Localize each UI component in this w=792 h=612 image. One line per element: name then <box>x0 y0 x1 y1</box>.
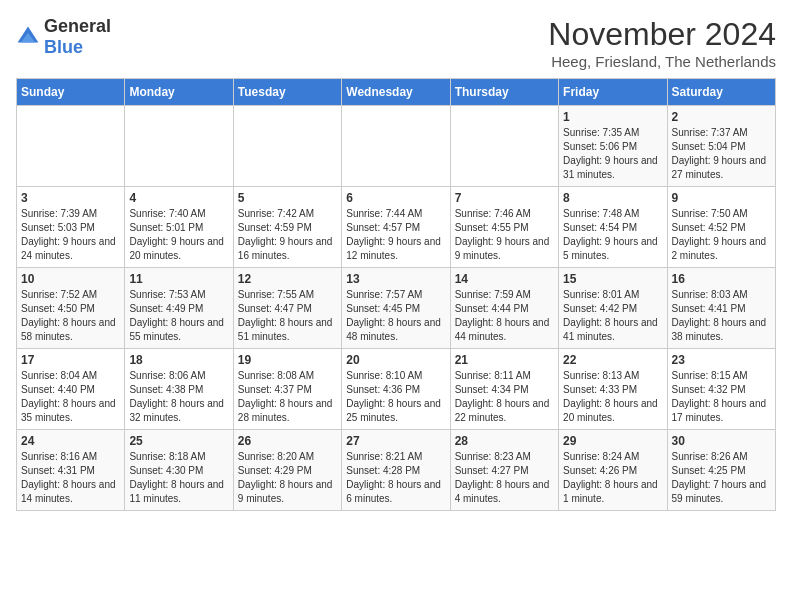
calendar-cell: 11Sunrise: 7:53 AM Sunset: 4:49 PM Dayli… <box>125 268 233 349</box>
day-info: Sunrise: 8:23 AM Sunset: 4:27 PM Dayligh… <box>455 450 554 506</box>
calendar-cell: 21Sunrise: 8:11 AM Sunset: 4:34 PM Dayli… <box>450 349 558 430</box>
calendar-cell: 16Sunrise: 8:03 AM Sunset: 4:41 PM Dayli… <box>667 268 775 349</box>
calendar-cell: 13Sunrise: 7:57 AM Sunset: 4:45 PM Dayli… <box>342 268 450 349</box>
day-info: Sunrise: 8:03 AM Sunset: 4:41 PM Dayligh… <box>672 288 771 344</box>
day-info: Sunrise: 8:11 AM Sunset: 4:34 PM Dayligh… <box>455 369 554 425</box>
calendar-cell: 10Sunrise: 7:52 AM Sunset: 4:50 PM Dayli… <box>17 268 125 349</box>
day-info: Sunrise: 8:08 AM Sunset: 4:37 PM Dayligh… <box>238 369 337 425</box>
day-info: Sunrise: 8:04 AM Sunset: 4:40 PM Dayligh… <box>21 369 120 425</box>
day-info: Sunrise: 8:15 AM Sunset: 4:32 PM Dayligh… <box>672 369 771 425</box>
week-row-3: 10Sunrise: 7:52 AM Sunset: 4:50 PM Dayli… <box>17 268 776 349</box>
day-info: Sunrise: 7:42 AM Sunset: 4:59 PM Dayligh… <box>238 207 337 263</box>
calendar-cell: 26Sunrise: 8:20 AM Sunset: 4:29 PM Dayli… <box>233 430 341 511</box>
day-info: Sunrise: 7:55 AM Sunset: 4:47 PM Dayligh… <box>238 288 337 344</box>
logo-general-text: General <box>44 16 111 36</box>
week-row-5: 24Sunrise: 8:16 AM Sunset: 4:31 PM Dayli… <box>17 430 776 511</box>
day-info: Sunrise: 7:37 AM Sunset: 5:04 PM Dayligh… <box>672 126 771 182</box>
day-info: Sunrise: 7:48 AM Sunset: 4:54 PM Dayligh… <box>563 207 662 263</box>
calendar-cell: 6Sunrise: 7:44 AM Sunset: 4:57 PM Daylig… <box>342 187 450 268</box>
day-number: 21 <box>455 353 554 367</box>
calendar-cell: 5Sunrise: 7:42 AM Sunset: 4:59 PM Daylig… <box>233 187 341 268</box>
day-info: Sunrise: 7:40 AM Sunset: 5:01 PM Dayligh… <box>129 207 228 263</box>
day-info: Sunrise: 7:57 AM Sunset: 4:45 PM Dayligh… <box>346 288 445 344</box>
week-row-1: 1Sunrise: 7:35 AM Sunset: 5:06 PM Daylig… <box>17 106 776 187</box>
logo: General Blue <box>16 16 111 58</box>
header-friday: Friday <box>559 79 667 106</box>
week-row-4: 17Sunrise: 8:04 AM Sunset: 4:40 PM Dayli… <box>17 349 776 430</box>
day-info: Sunrise: 8:18 AM Sunset: 4:30 PM Dayligh… <box>129 450 228 506</box>
day-number: 22 <box>563 353 662 367</box>
day-info: Sunrise: 7:35 AM Sunset: 5:06 PM Dayligh… <box>563 126 662 182</box>
day-info: Sunrise: 8:01 AM Sunset: 4:42 PM Dayligh… <box>563 288 662 344</box>
day-number: 12 <box>238 272 337 286</box>
day-number: 9 <box>672 191 771 205</box>
day-info: Sunrise: 7:46 AM Sunset: 4:55 PM Dayligh… <box>455 207 554 263</box>
day-number: 3 <box>21 191 120 205</box>
day-info: Sunrise: 7:53 AM Sunset: 4:49 PM Dayligh… <box>129 288 228 344</box>
day-number: 23 <box>672 353 771 367</box>
calendar-cell: 12Sunrise: 7:55 AM Sunset: 4:47 PM Dayli… <box>233 268 341 349</box>
calendar-cell: 28Sunrise: 8:23 AM Sunset: 4:27 PM Dayli… <box>450 430 558 511</box>
day-number: 13 <box>346 272 445 286</box>
header-sunday: Sunday <box>17 79 125 106</box>
calendar-cell: 25Sunrise: 8:18 AM Sunset: 4:30 PM Dayli… <box>125 430 233 511</box>
day-number: 2 <box>672 110 771 124</box>
header-monday: Monday <box>125 79 233 106</box>
day-info: Sunrise: 7:52 AM Sunset: 4:50 PM Dayligh… <box>21 288 120 344</box>
day-number: 24 <box>21 434 120 448</box>
calendar-cell <box>125 106 233 187</box>
day-number: 30 <box>672 434 771 448</box>
day-number: 27 <box>346 434 445 448</box>
day-info: Sunrise: 8:20 AM Sunset: 4:29 PM Dayligh… <box>238 450 337 506</box>
calendar-cell: 4Sunrise: 7:40 AM Sunset: 5:01 PM Daylig… <box>125 187 233 268</box>
location-title: Heeg, Friesland, The Netherlands <box>548 53 776 70</box>
day-number: 26 <box>238 434 337 448</box>
calendar-cell: 17Sunrise: 8:04 AM Sunset: 4:40 PM Dayli… <box>17 349 125 430</box>
day-number: 6 <box>346 191 445 205</box>
calendar-cell: 7Sunrise: 7:46 AM Sunset: 4:55 PM Daylig… <box>450 187 558 268</box>
calendar-cell: 15Sunrise: 8:01 AM Sunset: 4:42 PM Dayli… <box>559 268 667 349</box>
day-number: 15 <box>563 272 662 286</box>
day-number: 11 <box>129 272 228 286</box>
calendar-cell: 3Sunrise: 7:39 AM Sunset: 5:03 PM Daylig… <box>17 187 125 268</box>
day-number: 20 <box>346 353 445 367</box>
calendar-cell: 22Sunrise: 8:13 AM Sunset: 4:33 PM Dayli… <box>559 349 667 430</box>
day-number: 10 <box>21 272 120 286</box>
logo-icon <box>16 25 40 49</box>
day-info: Sunrise: 7:39 AM Sunset: 5:03 PM Dayligh… <box>21 207 120 263</box>
calendar-cell: 29Sunrise: 8:24 AM Sunset: 4:26 PM Dayli… <box>559 430 667 511</box>
day-info: Sunrise: 7:59 AM Sunset: 4:44 PM Dayligh… <box>455 288 554 344</box>
calendar-cell <box>17 106 125 187</box>
calendar-table: SundayMondayTuesdayWednesdayThursdayFrid… <box>16 78 776 511</box>
header-thursday: Thursday <box>450 79 558 106</box>
calendar-cell <box>450 106 558 187</box>
month-title: November 2024 <box>548 16 776 53</box>
calendar-cell: 1Sunrise: 7:35 AM Sunset: 5:06 PM Daylig… <box>559 106 667 187</box>
day-info: Sunrise: 7:50 AM Sunset: 4:52 PM Dayligh… <box>672 207 771 263</box>
calendar-cell: 8Sunrise: 7:48 AM Sunset: 4:54 PM Daylig… <box>559 187 667 268</box>
calendar-cell: 9Sunrise: 7:50 AM Sunset: 4:52 PM Daylig… <box>667 187 775 268</box>
day-number: 19 <box>238 353 337 367</box>
day-number: 28 <box>455 434 554 448</box>
day-info: Sunrise: 8:13 AM Sunset: 4:33 PM Dayligh… <box>563 369 662 425</box>
calendar-cell <box>342 106 450 187</box>
calendar-cell: 18Sunrise: 8:06 AM Sunset: 4:38 PM Dayli… <box>125 349 233 430</box>
calendar-cell: 19Sunrise: 8:08 AM Sunset: 4:37 PM Dayli… <box>233 349 341 430</box>
day-info: Sunrise: 8:16 AM Sunset: 4:31 PM Dayligh… <box>21 450 120 506</box>
header-wednesday: Wednesday <box>342 79 450 106</box>
day-number: 14 <box>455 272 554 286</box>
calendar-cell: 23Sunrise: 8:15 AM Sunset: 4:32 PM Dayli… <box>667 349 775 430</box>
day-number: 17 <box>21 353 120 367</box>
day-info: Sunrise: 8:26 AM Sunset: 4:25 PM Dayligh… <box>672 450 771 506</box>
day-number: 7 <box>455 191 554 205</box>
calendar-cell: 2Sunrise: 7:37 AM Sunset: 5:04 PM Daylig… <box>667 106 775 187</box>
day-number: 16 <box>672 272 771 286</box>
calendar-cell <box>233 106 341 187</box>
header: General Blue November 2024 Heeg, Friesla… <box>16 16 776 70</box>
day-number: 18 <box>129 353 228 367</box>
day-info: Sunrise: 8:24 AM Sunset: 4:26 PM Dayligh… <box>563 450 662 506</box>
day-number: 8 <box>563 191 662 205</box>
calendar-cell: 30Sunrise: 8:26 AM Sunset: 4:25 PM Dayli… <box>667 430 775 511</box>
day-number: 4 <box>129 191 228 205</box>
calendar-cell: 20Sunrise: 8:10 AM Sunset: 4:36 PM Dayli… <box>342 349 450 430</box>
